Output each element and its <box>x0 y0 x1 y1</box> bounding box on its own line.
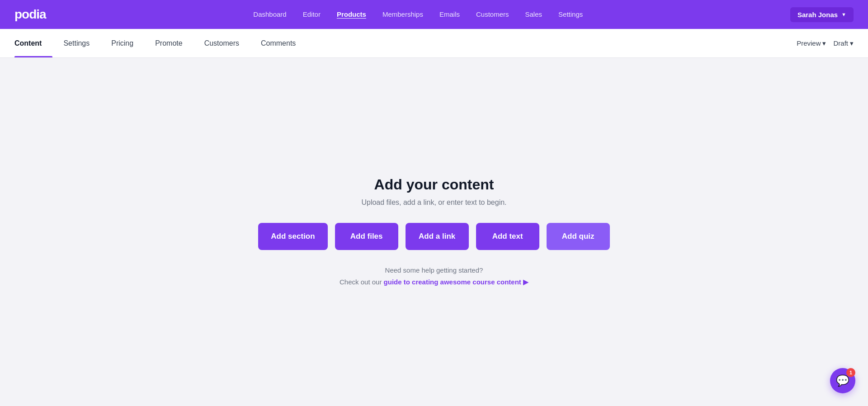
nav-memberships[interactable]: Memberships <box>382 10 423 18</box>
add-text-button[interactable]: Add text <box>476 223 539 250</box>
sub-nav-right: Preview ▾ Draft ▾ <box>797 39 854 47</box>
nav-settings[interactable]: Settings <box>558 10 583 18</box>
draft-chevron-icon: ▾ <box>850 39 854 47</box>
add-files-button[interactable]: Add files <box>335 223 398 250</box>
tab-content[interactable]: Content <box>14 29 52 57</box>
sub-navigation: Content Settings Pricing Promote Custome… <box>0 29 868 58</box>
add-link-button[interactable]: Add a link <box>406 223 469 250</box>
preview-label: Preview <box>797 39 821 47</box>
help-guide-link[interactable]: guide to creating awesome course content… <box>384 278 528 286</box>
preview-chevron-icon: ▾ <box>822 39 826 47</box>
top-nav-links: Dashboard Editor Products Memberships Em… <box>253 10 583 19</box>
content-box: Add your content Upload files, add a lin… <box>253 176 615 288</box>
nav-editor[interactable]: Editor <box>303 10 321 18</box>
nav-products[interactable]: Products <box>337 10 366 18</box>
main-content-area: Add your content Upload files, add a lin… <box>0 58 868 406</box>
top-navigation: podia Dashboard Editor Products Membersh… <box>0 0 868 29</box>
action-buttons-group: Add section Add files Add a link Add tex… <box>253 223 615 250</box>
page-subtitle: Upload files, add a link, or enter text … <box>253 198 615 207</box>
add-quiz-button[interactable]: Add quiz <box>547 223 610 250</box>
nav-customers[interactable]: Customers <box>476 10 509 18</box>
tab-promote[interactable]: Promote <box>144 29 193 57</box>
user-name: Sarah Jonas <box>797 11 838 19</box>
add-section-button[interactable]: Add section <box>258 223 327 250</box>
nav-sales[interactable]: Sales <box>525 10 542 18</box>
brand-logo[interactable]: podia <box>14 7 46 22</box>
page-title: Add your content <box>253 176 615 193</box>
nav-dashboard[interactable]: Dashboard <box>253 10 286 18</box>
nav-emails[interactable]: Emails <box>439 10 460 18</box>
tab-pricing[interactable]: Pricing <box>100 29 144 57</box>
help-line2: Check out our guide to creating awesome … <box>253 276 615 288</box>
chat-icon: 💬 <box>836 374 849 387</box>
draft-label: Draft <box>833 39 848 47</box>
preview-button[interactable]: Preview ▾ <box>797 39 826 47</box>
user-menu-button[interactable]: Sarah Jonas ▼ <box>790 7 854 22</box>
chevron-down-icon: ▼ <box>841 12 846 17</box>
sub-nav-tabs: Content Settings Pricing Promote Custome… <box>14 29 307 57</box>
chat-bubble[interactable]: 💬 1 <box>830 368 855 393</box>
help-line1: Need some help getting started? <box>253 264 615 276</box>
tab-customers[interactable]: Customers <box>193 29 250 57</box>
tab-comments[interactable]: Comments <box>250 29 307 57</box>
help-prefix: Check out our <box>340 278 384 286</box>
tab-settings[interactable]: Settings <box>52 29 100 57</box>
chat-notification-badge: 1 <box>846 368 855 377</box>
help-text-area: Need some help getting started? Check ou… <box>253 264 615 288</box>
arrow-icon: ▶ <box>523 278 528 286</box>
draft-button[interactable]: Draft ▾ <box>833 39 854 47</box>
